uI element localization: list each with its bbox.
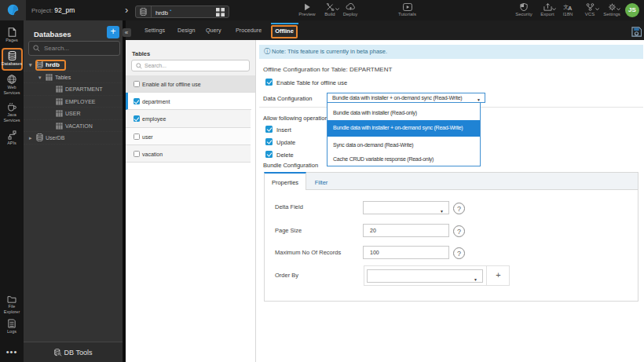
svg-text:A: A xyxy=(568,5,573,11)
